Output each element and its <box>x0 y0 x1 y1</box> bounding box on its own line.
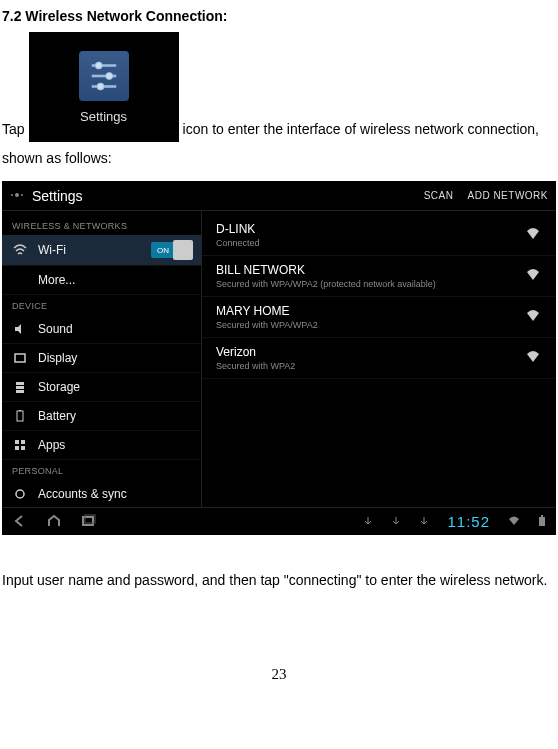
svg-rect-18 <box>21 446 25 450</box>
sidebar-item-accounts[interactable]: Accounts & sync <box>2 480 201 509</box>
network-item[interactable]: BILL NETWORK Secured with WPA/WPA2 (prot… <box>202 256 556 297</box>
status-wifi-icon <box>508 515 520 529</box>
wifi-signal-icon <box>526 268 542 284</box>
svg-point-6 <box>15 193 19 197</box>
nav-recent-icon[interactable] <box>80 513 96 531</box>
network-item[interactable]: D-LINK Connected <box>202 215 556 256</box>
status-clock: 11:52 <box>447 513 490 530</box>
sidebar-item-storage[interactable]: Storage <box>2 373 201 402</box>
battery-icon <box>12 409 28 423</box>
section-wireless-networks: WIRELESS & NETWORKS <box>2 215 201 235</box>
svg-rect-12 <box>16 390 24 393</box>
svg-rect-13 <box>17 411 23 421</box>
nav-back-icon[interactable] <box>12 513 28 531</box>
svg-point-3 <box>95 62 102 69</box>
svg-rect-22 <box>541 515 543 517</box>
settings-gear-icon <box>79 51 129 101</box>
text-tap: Tap <box>2 117 25 142</box>
wifi-signal-icon <box>526 227 542 243</box>
sidebar-item-sound[interactable]: Sound <box>2 315 201 344</box>
svg-rect-21 <box>539 517 545 526</box>
screen-title: Settings <box>32 188 424 204</box>
sound-icon <box>12 322 28 336</box>
sidebar-item-apps[interactable]: Apps <box>2 431 201 460</box>
sidebar-item-wifi[interactable]: Wi-Fi ON <box>2 235 201 266</box>
settings-sidebar: WIRELESS & NETWORKS Wi-Fi ON More... DEV… <box>2 211 202 507</box>
settings-label: Settings <box>80 109 127 124</box>
status-battery-icon <box>538 515 546 529</box>
svg-rect-14 <box>19 410 21 411</box>
svg-rect-15 <box>15 440 19 444</box>
display-icon <box>12 351 28 365</box>
apps-icon <box>12 438 28 452</box>
svg-point-4 <box>105 72 112 79</box>
svg-rect-16 <box>21 440 25 444</box>
page-number: 23 <box>2 666 556 683</box>
wifi-signal-icon <box>526 309 542 325</box>
sync-icon <box>12 487 28 501</box>
sidebar-item-battery[interactable]: Battery <box>2 402 201 431</box>
add-network-button[interactable]: ADD NETWORK <box>468 190 549 201</box>
android-settings-screenshot: Settings SCAN ADD NETWORK WIRELESS & NET… <box>2 181 556 535</box>
wifi-icon <box>12 243 28 257</box>
svg-rect-9 <box>15 354 25 362</box>
nav-home-icon[interactable] <box>46 513 62 531</box>
network-item[interactable]: MARY HOME Secured with WPA/WPA2 <box>202 297 556 338</box>
wifi-signal-icon <box>526 350 542 366</box>
scan-button[interactable]: SCAN <box>424 190 454 201</box>
status-download-icon <box>419 516 429 528</box>
svg-rect-11 <box>16 386 24 389</box>
sidebar-item-more[interactable]: More... <box>2 266 201 295</box>
storage-icon <box>12 380 28 394</box>
status-download-icon <box>363 516 373 528</box>
svg-rect-17 <box>15 446 19 450</box>
svg-point-5 <box>97 83 104 90</box>
section-personal: PERSONAL <box>2 460 201 480</box>
settings-app-icon: Settings <box>29 32 179 142</box>
svg-point-8 <box>21 194 23 196</box>
back-icon[interactable] <box>10 188 24 204</box>
text-after-icon: icon to enter the interface of wireless … <box>183 117 539 142</box>
section-device: DEVICE <box>2 295 201 315</box>
body-paragraph: Input user name and password, and then t… <box>2 565 556 596</box>
svg-rect-10 <box>16 382 24 385</box>
status-download-icon <box>391 516 401 528</box>
section-heading: 7.2 Wireless Network Connection: <box>2 8 556 24</box>
wifi-networks-list: D-LINK Connected BILL NETWORK Secured wi… <box>202 211 556 507</box>
text-shown-as-follows: shown as follows: <box>2 146 556 171</box>
svg-point-7 <box>11 194 13 196</box>
network-item[interactable]: Verizon Secured with WPA2 <box>202 338 556 379</box>
wifi-label: Wi-Fi <box>38 243 141 257</box>
wifi-toggle[interactable]: ON <box>151 242 191 258</box>
sidebar-item-display[interactable]: Display <box>2 344 201 373</box>
